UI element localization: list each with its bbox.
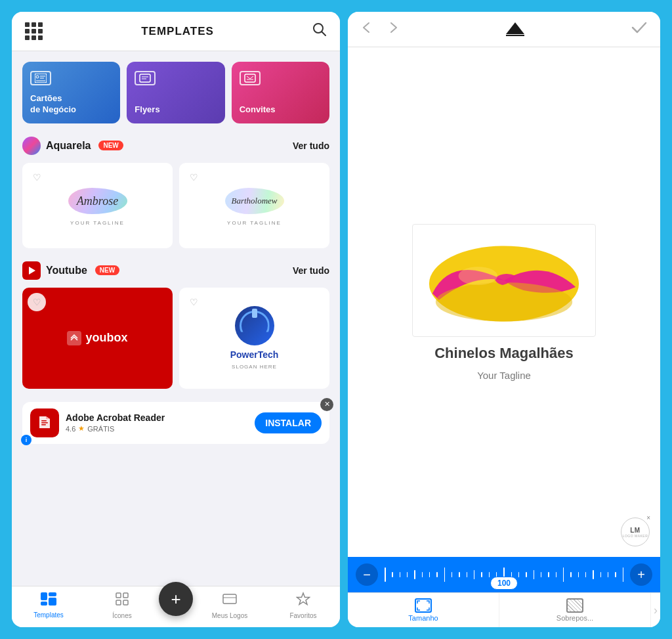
ad-info-icon[interactable]: i <box>21 435 32 445</box>
ambrose-tagline: YOUR TAGLINE <box>70 220 125 226</box>
right-header <box>348 12 660 47</box>
nav-item-logos[interactable]: Meus Logos <box>193 592 266 619</box>
category-card-flyers[interactable]: Flyers <box>127 62 224 123</box>
tab-tamanho[interactable]: Tamanho <box>348 593 499 627</box>
svg-rect-13 <box>41 420 47 422</box>
aquarela-new-badge: NEW <box>98 141 123 150</box>
tagline: Your Tagline <box>477 370 531 381</box>
watermark-badge[interactable]: × LM LOGO MAKER <box>621 518 650 546</box>
youtube-play-icon <box>29 267 35 275</box>
svg-rect-16 <box>41 592 47 600</box>
logo-svg <box>419 231 589 330</box>
category-label-convites: Convites <box>240 104 323 116</box>
bottom-nav: Templates Ícones + <box>12 586 340 627</box>
ad-sub: 4.6 ★ GRÁTIS <box>66 424 248 433</box>
heart-button-youbox[interactable]: ♡ <box>28 293 46 311</box>
powertech-dot <box>252 309 257 318</box>
svg-rect-10 <box>245 74 255 82</box>
svg-rect-15 <box>41 424 46 426</box>
template-card-powertech[interactable]: PowerTech SLOGAN HERE ♡ <box>179 288 329 389</box>
expand-icon <box>415 598 432 613</box>
heart-icon-youbox: ♡ <box>33 297 41 307</box>
section-left-youtube: Youtube NEW <box>22 261 119 280</box>
template-card-youbox[interactable]: youbox ♡ <box>22 288 173 389</box>
chevron-right-icon[interactable]: › <box>651 593 660 627</box>
youbox-logo: youbox <box>67 331 127 345</box>
tent-icon[interactable] <box>506 22 524 36</box>
ad-text: Adobe Acrobat Reader 4.6 ★ GRÁTIS <box>66 412 248 433</box>
heart-button-bartholomew[interactable]: ♡ <box>184 168 203 187</box>
category-card-convites[interactable]: Convites <box>232 62 329 123</box>
canvas-area: Chinelos Magalhães Your Tagline × LM LOG… <box>348 47 660 557</box>
nav-label-icons: Ícones <box>112 612 131 619</box>
svg-point-29 <box>459 267 498 285</box>
nav-item-templates[interactable]: Templates <box>12 592 85 619</box>
watercolor-bg-1: Ambrose <box>65 185 131 217</box>
ad-rating: 4.6 <box>66 425 75 433</box>
slider-track[interactable]: 100 <box>385 563 623 586</box>
right-panel: Chinelos Magalhães Your Tagline × LM LOG… <box>348 12 660 627</box>
category-label-flyers: Flyers <box>135 104 218 116</box>
section-header-youtube: Youtube NEW Ver tudo <box>22 261 329 280</box>
svg-line-1 <box>322 32 326 36</box>
heart-button-powertech[interactable]: ♡ <box>184 293 203 311</box>
slider-value: 100 <box>490 577 518 590</box>
section-left-aquarela: Aquarela NEW <box>22 137 123 155</box>
svg-point-28 <box>436 282 572 321</box>
template-card-bartholomew[interactable]: Bartholomew YOUR TAGLINE ♡ <box>179 163 329 248</box>
star-icon: ★ <box>78 424 85 433</box>
youtube-ver-tudo[interactable]: Ver tudo <box>293 265 329 276</box>
ad-icon <box>30 408 59 437</box>
right-header-left-icons <box>361 22 399 37</box>
ad-banner[interactable]: Adobe Acrobat Reader 4.6 ★ GRÁTIS INSTAL… <box>22 402 329 444</box>
aquarela-logo-2: Bartholomew YOUR TAGLINE <box>222 185 287 226</box>
plus-icon: + <box>637 567 645 583</box>
logo-image-wrapper <box>412 224 596 337</box>
watermark-close-icon: × <box>646 514 650 521</box>
check-icon[interactable] <box>631 21 647 37</box>
heart-button-ambrose[interactable]: ♡ <box>28 168 46 187</box>
svg-rect-17 <box>41 602 47 606</box>
nav-item-icons[interactable]: Ícones <box>85 592 159 619</box>
ambrose-name: Ambrose <box>77 194 118 208</box>
tab-tamanho-label: Tamanho <box>408 614 438 622</box>
youtube-new-badge: NEW <box>95 265 119 275</box>
nav-label-templates: Templates <box>33 611 64 619</box>
search-icon[interactable] <box>312 22 327 40</box>
brand-name: Chinelos Magalhães <box>434 345 574 362</box>
svg-point-3 <box>36 76 39 78</box>
install-button[interactable]: INSTALAR <box>255 412 322 433</box>
heart-icon-powertech: ♡ <box>190 297 198 307</box>
svg-rect-19 <box>49 598 56 606</box>
bottom-tab-row: Tamanho Sobrepos... › <box>348 592 660 627</box>
fab-button[interactable]: + <box>159 582 193 616</box>
category-card-business[interactable]: Cartõesde Negócio <box>22 62 120 123</box>
template-card-ambrose[interactable]: Ambrose YOUR TAGLINE ♡ <box>22 163 173 248</box>
aquarela-ver-tudo[interactable]: Ver tudo <box>293 141 329 151</box>
icons-nav-icon <box>115 592 129 610</box>
left-panel: TEMPLATES <box>12 12 340 627</box>
powertech-slogan: SLOGAN HERE <box>232 364 277 370</box>
svg-rect-23 <box>123 600 128 605</box>
powertech-logo: PowerTech SLOGAN HERE <box>230 296 279 381</box>
plus-button[interactable]: + <box>630 563 652 586</box>
heart-icon-ambrose: ♡ <box>33 172 41 183</box>
page-title: TEMPLATES <box>141 25 214 38</box>
left-scroll[interactable]: Cartõesde Negócio Flyers <box>12 51 340 586</box>
left-header: TEMPLATES <box>12 12 340 51</box>
ad-close-button[interactable]: ✕ <box>320 398 333 411</box>
powertech-name: PowerTech <box>230 349 279 360</box>
nav-item-favorites[interactable]: Favoritos <box>266 592 340 619</box>
svg-rect-24 <box>223 594 236 604</box>
grid-menu-icon[interactable] <box>25 22 43 40</box>
svg-rect-7 <box>140 74 150 82</box>
forward-arrow-icon[interactable] <box>386 22 399 37</box>
back-arrow-icon[interactable] <box>361 22 374 37</box>
minus-button[interactable]: − <box>356 563 378 586</box>
svg-rect-18 <box>49 592 56 596</box>
svg-rect-22 <box>116 600 121 605</box>
nav-label-favorites: Favoritos <box>289 612 316 619</box>
youtube-section-name: Youtube <box>46 265 87 276</box>
canvas-content: Chinelos Magalhães Your Tagline <box>412 224 596 381</box>
tab-sobreposicao[interactable]: Sobrepos... <box>499 593 651 627</box>
